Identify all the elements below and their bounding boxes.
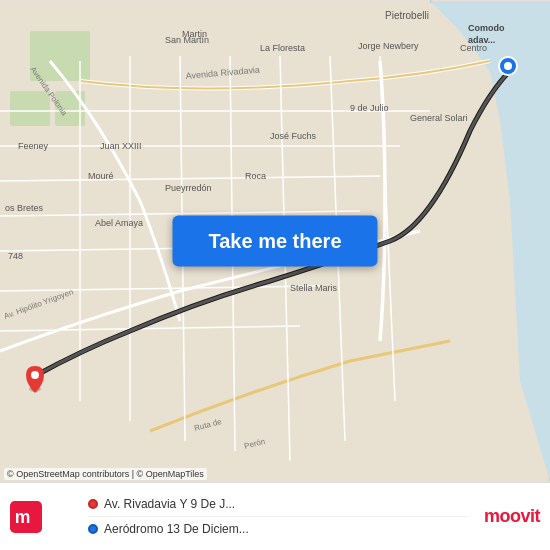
svg-text:Feeney: Feeney <box>18 141 49 151</box>
moovit-logo: m <box>10 501 80 533</box>
svg-point-46 <box>504 62 512 70</box>
svg-text:Martin: Martin <box>182 29 207 39</box>
svg-text:Comodo: Comodo <box>468 23 505 33</box>
bottom-bar: m Av. Rivadavia Y 9 De J... Aeródromo 13… <box>0 482 550 550</box>
svg-text:9 de Julio: 9 de Julio <box>350 103 389 113</box>
map-area: Pietrobelli San Martín La Floresta Jorge… <box>0 0 550 482</box>
dest-dot <box>88 524 98 534</box>
take-me-there-button[interactable]: Take me there <box>172 216 377 267</box>
svg-text:748: 748 <box>8 251 23 261</box>
svg-rect-4 <box>10 91 50 126</box>
svg-text:La Floresta: La Floresta <box>260 43 305 53</box>
svg-text:m: m <box>15 507 31 527</box>
svg-text:José Fuchs: José Fuchs <box>270 131 317 141</box>
route-to-label: Aeródromo 13 De Diciem... <box>104 522 249 536</box>
svg-text:Mouré: Mouré <box>88 171 114 181</box>
svg-text:adav...: adav... <box>468 35 495 45</box>
app: Pietrobelli San Martín La Floresta Jorge… <box>0 0 550 550</box>
svg-text:General Solari: General Solari <box>410 113 468 123</box>
bottom-routes: Av. Rivadavia Y 9 De J... Aeródromo 13 D… <box>80 492 475 541</box>
moovit-text-logo: moovit <box>475 506 540 527</box>
svg-text:Pueyrredón: Pueyrredón <box>165 183 212 193</box>
route-from: Av. Rivadavia Y 9 De J... <box>88 492 467 517</box>
svg-text:os Bretes: os Bretes <box>5 203 44 213</box>
svg-text:Pietrobelli: Pietrobelli <box>385 10 429 21</box>
svg-text:Abel Amaya: Abel Amaya <box>95 218 143 228</box>
svg-text:Roca: Roca <box>245 171 266 181</box>
svg-point-48 <box>31 371 39 379</box>
map-attribution: © OpenStreetMap contributors | © OpenMap… <box>4 468 207 480</box>
moovit-icon: m <box>10 501 42 533</box>
route-from-label: Av. Rivadavia Y 9 De J... <box>104 497 235 511</box>
route-to: Aeródromo 13 De Diciem... <box>88 517 467 541</box>
origin-dot <box>88 499 98 509</box>
svg-text:Jorge Newbery: Jorge Newbery <box>358 41 419 51</box>
svg-text:Juan XXIII: Juan XXIII <box>100 141 142 151</box>
svg-text:Stella Maris: Stella Maris <box>290 283 338 293</box>
